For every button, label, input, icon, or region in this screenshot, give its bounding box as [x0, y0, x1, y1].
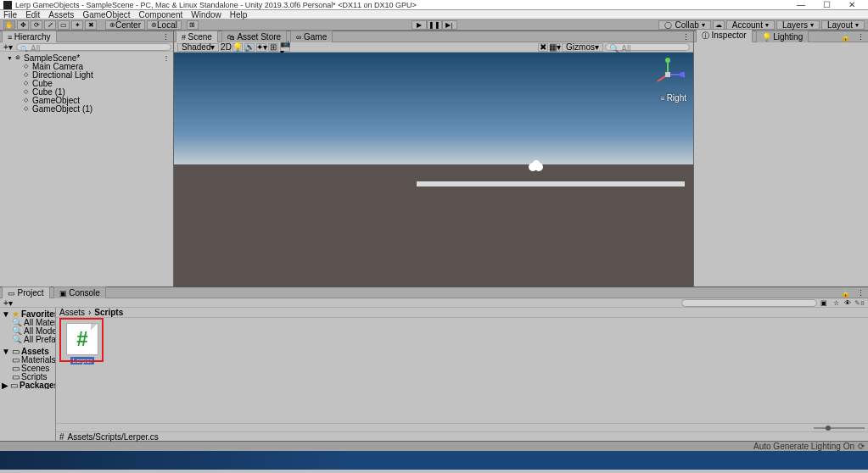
pause-button[interactable]: ❚❚: [427, 20, 442, 30]
rotate-tool[interactable]: ⟳: [31, 20, 42, 30]
custom-tool[interactable]: ✖: [85, 20, 97, 30]
inspector-panel: ⓘ Inspector 💡 Lighting 🔒 ⋮: [693, 31, 868, 287]
search-by-type-icon[interactable]: ▣: [819, 298, 829, 307]
grid-dropdown[interactable]: ▦▾: [550, 43, 560, 52]
favorite-item[interactable]: 🔍All Material: [0, 318, 55, 326]
hierarchy-search[interactable]: 🔍 All: [16, 43, 171, 51]
menu-edit[interactable]: Edit: [25, 10, 40, 19]
menu-file[interactable]: File: [3, 10, 17, 19]
transform-tool[interactable]: ✦: [71, 20, 83, 30]
project-search[interactable]: [681, 299, 817, 307]
orientation-gizmo[interactable]: z: [651, 58, 685, 92]
account-dropdown[interactable]: Account ▾: [726, 20, 775, 30]
folder-item[interactable]: ▭Materials: [0, 355, 55, 364]
scene-tab[interactable]: # Scene: [176, 31, 218, 42]
panel-lock-icon[interactable]: 🔒: [839, 33, 852, 42]
inspector-tab[interactable]: ⓘ Inspector: [696, 29, 753, 42]
folder-item[interactable]: ▭Scripts: [0, 372, 55, 381]
menu-bar: File Edit Assets GameObject Component Wi…: [0, 10, 868, 19]
scene-search[interactable]: 🔍 All: [605, 43, 690, 51]
close-button[interactable]: ✕: [839, 0, 865, 9]
breadcrumb[interactable]: Assets›Scripts: [56, 308, 868, 318]
create-asset-dropdown[interactable]: +▾: [3, 298, 13, 308]
toggle-2d[interactable]: 2D: [221, 43, 231, 52]
minimize-button[interactable]: —: [788, 0, 814, 9]
grid-size-slider[interactable]: [814, 427, 865, 429]
play-controls: ▶ ❚❚ ▶|: [412, 20, 457, 30]
project-panel: ▭ Project ▣ Console 🔒 ⋮ +▾ ▣ ☆ 👁 ✎8 ▼★Fa…: [0, 287, 868, 441]
panel-lock-icon[interactable]: 🔒: [839, 289, 852, 298]
hierarchy-item[interactable]: ◇Main Camera: [0, 62, 173, 70]
gizmos-dropdown[interactable]: Gizmos ▾: [562, 43, 603, 52]
favorites-header[interactable]: ▼★Favorites: [0, 309, 55, 318]
hierarchy-item[interactable]: ◇Cube: [0, 79, 173, 87]
toggle-fx-icon[interactable]: ✦▾: [256, 43, 266, 52]
scene-view[interactable]: z ≡ Right: [174, 53, 693, 287]
asset-label[interactable]: Lerper: [70, 357, 93, 364]
favorite-item[interactable]: 🔍All Models: [0, 326, 55, 335]
step-button[interactable]: ▶|: [442, 20, 457, 30]
toggle-skybox-icon[interactable]: ⊞: [268, 43, 278, 52]
menu-window[interactable]: Window: [191, 10, 221, 19]
toggle-camera-icon[interactable]: 📷▾: [280, 43, 290, 52]
csharp-script-icon: #: [66, 323, 98, 355]
asset-grid[interactable]: # Lerper Rename the Scripts as Lerper in…: [56, 318, 868, 423]
search-by-label-icon[interactable]: ☆: [831, 298, 841, 307]
grid-size-slider-row: [56, 423, 868, 431]
project-browser: Assets›Scripts # Lerper Rename the Scrip…: [56, 308, 868, 441]
console-tab[interactable]: ▣ Console: [53, 287, 106, 298]
snap-toggle[interactable]: ⊞: [187, 20, 199, 30]
hierarchy-item[interactable]: ◇Cube (1): [0, 87, 173, 96]
project-tab[interactable]: ▭ Project: [2, 287, 50, 298]
scene-root[interactable]: ▼⊛ SampleScene* ⋮: [0, 53, 173, 62]
toggle-lighting-icon[interactable]: 💡: [232, 43, 243, 52]
hidden-packages-icon[interactable]: 👁: [843, 298, 853, 307]
rect-tool[interactable]: ▭: [58, 20, 70, 30]
grid-toggle[interactable]: ✖: [538, 43, 548, 52]
hierarchy-tab[interactable]: ≡ Hierarchy: [2, 31, 57, 42]
play-button[interactable]: ▶: [412, 20, 427, 30]
status-icon: ⟳: [858, 442, 865, 451]
assets-folder[interactable]: ▼▭Assets: [0, 347, 55, 355]
toggle-audio-icon[interactable]: 🔊: [244, 43, 255, 52]
layers-dropdown[interactable]: Layers ▾: [776, 20, 820, 30]
menu-component[interactable]: Component: [139, 10, 183, 19]
pivot-center[interactable]: ⊕ Center: [105, 20, 145, 30]
menu-gameobject[interactable]: GameObject: [82, 10, 130, 19]
packages-folder[interactable]: ▶▭Packages: [0, 381, 55, 389]
collab-dropdown[interactable]: ◯ Collab ▾: [658, 20, 710, 30]
hierarchy-item[interactable]: ◇GameObject (1): [0, 104, 173, 113]
status-bar: Auto Generate Lighting On ⟳: [0, 441, 868, 451]
svg-text:z: z: [684, 70, 685, 79]
asset-store-tab[interactable]: 🛍 Asset Store: [221, 31, 287, 42]
maximize-button[interactable]: ☐: [814, 0, 839, 9]
panel-menu-icon[interactable]: ⋮: [855, 33, 866, 42]
folder-item[interactable]: ▭Scenes: [0, 364, 55, 372]
save-search-icon[interactable]: ✎8: [854, 298, 865, 307]
cloud-button[interactable]: ☁: [713, 20, 725, 30]
panel-menu-icon[interactable]: ⋮: [160, 33, 171, 42]
project-tree[interactable]: ▼★Favorites 🔍All Material 🔍All Models 🔍A…: [0, 308, 56, 441]
layout-dropdown[interactable]: Layout ▾: [821, 20, 865, 30]
scale-tool[interactable]: ⤢: [44, 20, 56, 30]
move-tool[interactable]: ✥: [17, 20, 29, 30]
favorite-item[interactable]: 🔍All Prefabs: [0, 335, 55, 343]
menu-assets[interactable]: Assets: [48, 10, 74, 19]
panel-menu-icon[interactable]: ⋮: [680, 33, 692, 42]
lighting-tab[interactable]: 💡 Lighting: [756, 31, 809, 42]
pivot-local[interactable]: ⊛ Local: [147, 20, 182, 30]
shading-mode[interactable]: Shaded ▾: [177, 43, 219, 52]
menu-help[interactable]: Help: [230, 10, 248, 19]
gizmo-label: ≡ Right: [661, 93, 686, 103]
hierarchy-tree[interactable]: ▼⊛ SampleScene* ⋮ ◇Main Camera ◇Directio…: [0, 52, 173, 287]
hierarchy-item[interactable]: ◇Directional Light: [0, 70, 173, 79]
scene-panel: # Scene 🛍 Asset Store ∞ Game ⋮ Shaded ▾ …: [174, 31, 693, 287]
game-tab[interactable]: ∞ Game: [290, 31, 333, 42]
script-asset[interactable]: # Lerper: [61, 323, 104, 364]
hierarchy-item[interactable]: ◇GameObject: [0, 96, 173, 104]
create-dropdown[interactable]: +▾: [2, 42, 14, 52]
svg-point-4: [665, 58, 670, 63]
hand-tool[interactable]: ✋: [3, 20, 15, 30]
window-title: Lerp GameObjects - SampleScene - PC, Mac…: [15, 1, 788, 9]
panel-menu-icon[interactable]: ⋮: [855, 289, 866, 298]
